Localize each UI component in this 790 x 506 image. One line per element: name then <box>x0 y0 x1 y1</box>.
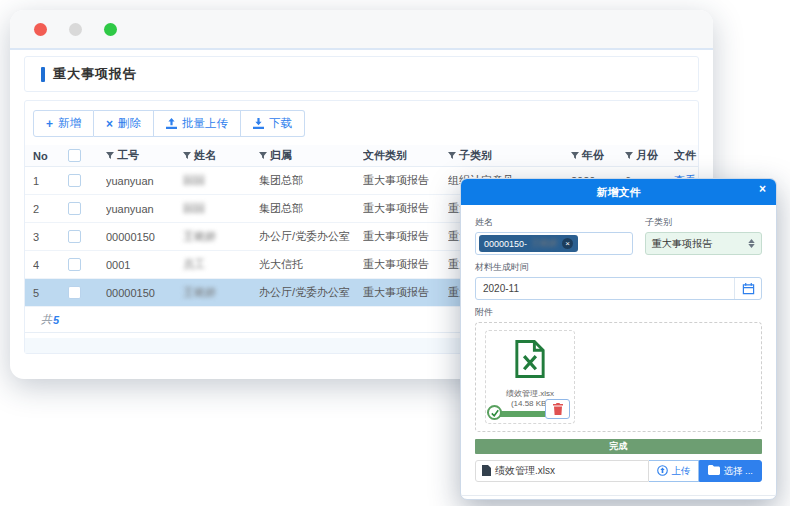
name-tag-prefix: 00000150- <box>484 239 527 249</box>
row-org: 光大信托 <box>259 257 363 272</box>
remove-tag-icon[interactable]: × <box>562 238 573 249</box>
download-tray-icon <box>253 118 264 129</box>
file-card-name: 绩效管理.xlsx <box>486 388 574 399</box>
page-title: 重大事项报告 <box>53 65 137 83</box>
close-window-button[interactable] <box>34 23 47 36</box>
total-prefix: 共 <box>41 312 52 327</box>
subcategory-value: 重大事项报告 <box>652 237 712 251</box>
dialog-header: 新增文件 × <box>461 179 776 205</box>
row-checkbox[interactable] <box>68 230 81 243</box>
row-employee-id: 0001 <box>106 259 183 271</box>
date-field-label: 材料生成时间 <box>475 261 762 274</box>
row-employee-id: yuanyuan <box>106 175 183 187</box>
dialog-footer: 确定 取消 <box>475 496 762 500</box>
filter-icon[interactable] <box>106 152 114 160</box>
add-button[interactable]: + 新增 <box>33 110 94 137</box>
choose-file-button[interactable]: 选择 ... <box>699 460 762 482</box>
delete-file-button[interactable] <box>545 399 570 419</box>
filter-icon[interactable] <box>571 152 579 160</box>
plus-icon: + <box>46 118 53 130</box>
row-no: 5 <box>33 287 68 299</box>
row-checkbox[interactable] <box>68 258 81 271</box>
progress-label: 完成 <box>610 440 628 453</box>
row-org: 集团总部 <box>259 173 363 188</box>
filter-icon[interactable] <box>625 152 633 160</box>
col-subcategory[interactable]: 子类别 <box>448 148 571 163</box>
col-name[interactable]: 姓名 <box>183 148 259 163</box>
filter-icon[interactable] <box>448 152 456 160</box>
choose-button-label: 选择 ... <box>723 465 753 478</box>
maximize-window-button[interactable] <box>104 23 117 36</box>
title-accent-bar <box>41 67 45 82</box>
attachment-dropzone[interactable]: 绩效管理.xlsx (14.58 KB) <box>475 322 762 432</box>
col-file: 文件 <box>674 148 698 163</box>
row-org: 集团总部 <box>259 201 363 216</box>
row-name: 园园 <box>183 173 259 188</box>
window-titlebar <box>10 10 713 50</box>
toolbar: + 新增 × 删除 批量上传 下载 <box>25 101 698 145</box>
file-input[interactable]: 绩效管理.xlsx <box>475 460 649 482</box>
folder-icon <box>708 465 720 477</box>
filter-icon[interactable] <box>183 152 191 160</box>
table-header-row: No 工号 姓名 归属 文件类别 子类别 年份 月份 文件 <box>25 145 698 167</box>
select-all-checkbox[interactable] <box>68 149 81 162</box>
upload-button-label: 上传 <box>671 465 690 478</box>
row-employee-id: 00000150 <box>106 287 183 299</box>
filter-icon[interactable] <box>259 152 267 160</box>
row-category: 重大事项报告 <box>363 285 448 300</box>
circle-up-arrow-icon <box>657 465 668 478</box>
upload-tray-icon <box>166 118 177 129</box>
subcategory-field-label: 子类别 <box>645 216 762 229</box>
col-year[interactable]: 年份 <box>571 148 625 163</box>
row-employee-id: yuanyuan <box>106 203 183 215</box>
minimize-window-button[interactable] <box>69 23 82 36</box>
row-org: 办公厅/党委办公室 <box>259 285 363 300</box>
date-input[interactable]: 2020-11 <box>475 277 762 300</box>
download-button-label: 下载 <box>269 116 292 131</box>
new-file-dialog: 新增文件 × 姓名 00000150-王晓娇 × 子类别 重 <box>460 178 777 500</box>
name-input[interactable]: 00000150-王晓娇 × <box>475 232 633 255</box>
delete-button[interactable]: × 删除 <box>94 110 154 137</box>
delete-button-label: 删除 <box>118 116 141 131</box>
uploaded-file-card[interactable]: 绩效管理.xlsx (14.58 KB) <box>485 330 575 424</box>
upload-button[interactable]: 上传 <box>649 460 699 482</box>
name-tag: 00000150-王晓娇 × <box>479 235 578 252</box>
subcategory-select[interactable]: 重大事项报告 <box>645 232 762 255</box>
date-value: 2020-11 <box>476 283 734 294</box>
check-icon <box>487 405 502 420</box>
col-org[interactable]: 归属 <box>259 148 363 163</box>
row-category: 重大事项报告 <box>363 173 448 188</box>
close-icon[interactable]: × <box>759 183 766 195</box>
row-no: 2 <box>33 203 68 215</box>
row-no: 1 <box>33 175 68 187</box>
row-no: 3 <box>33 231 68 243</box>
file-input-value: 绩效管理.xlsx <box>495 464 555 478</box>
row-name: 园园 <box>183 201 259 216</box>
download-button[interactable]: 下载 <box>241 110 305 137</box>
col-file-category: 文件类别 <box>363 148 448 163</box>
attachment-label: 附件 <box>475 306 762 319</box>
overall-progress-bar: 完成 <box>475 439 762 454</box>
row-name: 王晓娇 <box>183 285 259 300</box>
batch-upload-button-label: 批量上传 <box>182 116 228 131</box>
batch-upload-button[interactable]: 批量上传 <box>154 110 241 137</box>
row-checkbox[interactable] <box>68 202 81 215</box>
name-tag-person: 王晓娇 <box>531 237 558 250</box>
name-field-label: 姓名 <box>475 216 633 229</box>
screen: 重大事项报告 + 新增 × 删除 批量上传 下载 <box>0 0 790 506</box>
row-checkbox[interactable] <box>68 174 81 187</box>
row-employee-id: 00000150 <box>106 231 183 243</box>
row-no: 4 <box>33 259 68 271</box>
file-icon <box>482 465 491 478</box>
col-employee-id[interactable]: 工号 <box>106 148 183 163</box>
file-picker-row: 绩效管理.xlsx 上传 选择 ... <box>475 460 762 482</box>
row-name: 王晓娇 <box>183 229 259 244</box>
row-category: 重大事项报告 <box>363 201 448 216</box>
col-month[interactable]: 月份 <box>625 148 674 163</box>
row-checkbox[interactable] <box>68 286 81 299</box>
dialog-title: 新增文件 <box>597 185 641 200</box>
col-no: No <box>33 150 68 162</box>
excel-file-icon <box>486 340 574 382</box>
row-org: 办公厅/党委办公室 <box>259 229 363 244</box>
calendar-icon[interactable] <box>734 278 761 299</box>
